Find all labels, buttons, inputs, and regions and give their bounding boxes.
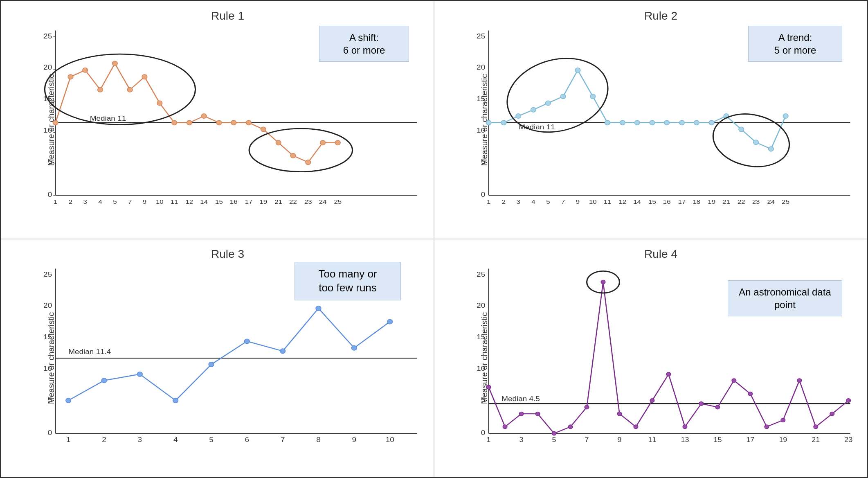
svg-point-44: [172, 120, 177, 125]
svg-point-179: [732, 379, 736, 383]
svg-text:1: 1: [54, 198, 57, 205]
rule2-info-box: A trend:5 or more: [748, 26, 842, 62]
svg-text:23: 23: [752, 198, 760, 205]
svg-point-90: [501, 120, 506, 125]
svg-point-165: [503, 425, 507, 429]
svg-point-103: [694, 120, 699, 125]
svg-text:15: 15: [648, 198, 656, 205]
svg-text:10: 10: [589, 198, 597, 205]
svg-point-184: [814, 425, 818, 429]
svg-point-101: [664, 120, 670, 125]
svg-text:0: 0: [481, 429, 486, 437]
svg-text:11: 11: [648, 436, 657, 444]
svg-point-138: [280, 349, 286, 354]
svg-point-49: [246, 120, 252, 125]
svg-text:9: 9: [618, 436, 622, 444]
svg-text:12: 12: [618, 198, 626, 205]
svg-point-174: [650, 399, 654, 403]
rule2-title: Rule 2: [467, 9, 855, 23]
svg-point-107: [753, 140, 759, 145]
svg-point-132: [66, 398, 71, 403]
svg-text:23: 23: [844, 436, 852, 444]
svg-text:0: 0: [48, 429, 52, 437]
svg-text:20: 20: [43, 63, 52, 71]
svg-text:20: 20: [477, 302, 485, 309]
svg-point-51: [276, 140, 281, 145]
svg-text:22: 22: [289, 198, 297, 205]
svg-point-133: [101, 378, 107, 383]
svg-point-109: [783, 114, 788, 119]
svg-text:10: 10: [477, 365, 485, 372]
svg-text:7: 7: [281, 436, 285, 444]
svg-point-110: [496, 46, 619, 144]
svg-point-56: [45, 54, 195, 124]
svg-text:10: 10: [43, 126, 52, 134]
svg-point-181: [765, 425, 769, 429]
svg-point-94: [560, 94, 566, 99]
svg-point-46: [201, 114, 207, 119]
svg-text:21: 21: [722, 198, 730, 205]
svg-point-92: [531, 107, 536, 112]
rule1-title: Rule 1: [34, 9, 421, 23]
svg-point-93: [546, 101, 551, 106]
svg-text:17: 17: [678, 198, 686, 205]
svg-text:19: 19: [708, 198, 715, 205]
svg-point-47: [216, 120, 222, 125]
svg-text:3: 3: [138, 436, 142, 444]
svg-point-182: [781, 418, 785, 422]
svg-point-36: [53, 120, 58, 125]
svg-text:25: 25: [334, 198, 342, 205]
svg-point-178: [715, 405, 720, 409]
svg-text:1: 1: [66, 436, 71, 444]
svg-point-108: [769, 147, 774, 151]
svg-point-43: [157, 101, 162, 106]
svg-text:10: 10: [477, 126, 485, 134]
svg-text:9: 9: [143, 198, 146, 205]
svg-text:1: 1: [487, 198, 490, 205]
svg-text:4: 4: [98, 198, 102, 205]
svg-text:5: 5: [209, 436, 214, 444]
svg-text:15: 15: [477, 95, 485, 103]
svg-text:17: 17: [245, 198, 253, 205]
svg-text:5: 5: [552, 436, 556, 444]
svg-text:18: 18: [693, 198, 700, 205]
svg-text:10: 10: [386, 436, 394, 444]
svg-text:25: 25: [477, 32, 485, 40]
svg-text:15: 15: [713, 436, 722, 444]
svg-text:19: 19: [779, 436, 787, 444]
svg-text:24: 24: [767, 198, 775, 205]
svg-text:20: 20: [477, 63, 485, 71]
svg-point-104: [709, 120, 714, 125]
svg-text:10: 10: [156, 198, 164, 205]
rule3-panel: Measure or characteristic Rule 3 Too man…: [1, 239, 434, 477]
svg-text:6: 6: [245, 436, 250, 444]
svg-point-167: [535, 412, 540, 416]
svg-point-180: [748, 392, 753, 396]
svg-point-175: [666, 372, 671, 377]
svg-point-139: [316, 306, 321, 311]
svg-text:5: 5: [481, 396, 486, 404]
svg-text:3: 3: [83, 198, 87, 205]
svg-point-89: [486, 120, 491, 125]
svg-text:15: 15: [43, 333, 52, 341]
svg-point-45: [187, 120, 192, 125]
svg-point-91: [516, 114, 521, 119]
svg-point-164: [486, 385, 491, 389]
rule4-info-box: An astronomical datapoint: [728, 280, 842, 316]
svg-point-186: [846, 399, 851, 403]
svg-point-134: [137, 372, 143, 377]
svg-text:25: 25: [43, 271, 52, 278]
svg-text:8: 8: [316, 436, 321, 444]
svg-text:9: 9: [576, 198, 580, 205]
svg-point-183: [797, 379, 802, 383]
svg-point-168: [552, 431, 556, 435]
svg-point-166: [519, 412, 524, 416]
svg-text:25: 25: [43, 32, 52, 40]
rule1-panel: Measure or characteristic Rule 1 A shift…: [1, 1, 434, 239]
svg-text:14: 14: [633, 198, 641, 205]
svg-text:7: 7: [561, 198, 565, 205]
svg-point-39: [98, 88, 103, 92]
svg-text:21: 21: [274, 198, 282, 205]
svg-point-42: [142, 74, 147, 79]
svg-text:Median 11: Median 11: [90, 115, 126, 122]
